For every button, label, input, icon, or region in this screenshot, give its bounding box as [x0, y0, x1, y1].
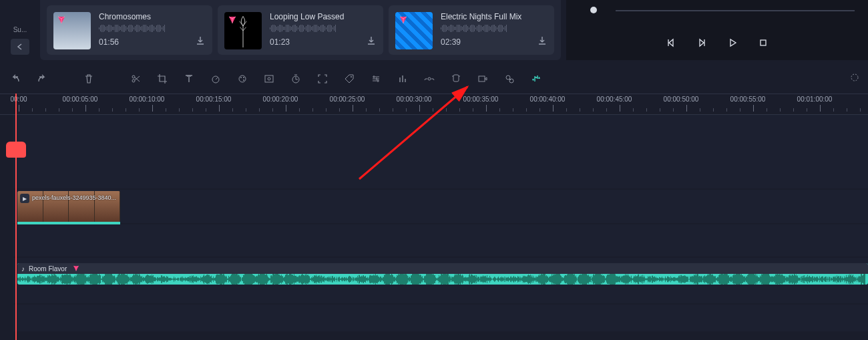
track-title: Chromosomes — [99, 12, 206, 21]
track-duration: 01:23 — [270, 37, 290, 47]
timeline-toolbar — [0, 67, 868, 91]
green-screen-icon[interactable] — [263, 73, 275, 85]
text-icon[interactable] — [183, 73, 195, 85]
ruler-time-label: 00:00:35:00 — [463, 96, 499, 103]
svg-point-17 — [851, 74, 858, 81]
step-back-button[interactable] — [666, 37, 676, 50]
ruler-time-label: 00:00:20:00 — [263, 96, 298, 103]
ruler-time-label: 00:00 — [10, 96, 27, 103]
svg-rect-13 — [453, 75, 459, 81]
focus-icon[interactable] — [316, 73, 329, 85]
svg-point-1 — [132, 75, 135, 78]
waveform-icon — [441, 24, 548, 33]
svg-point-11 — [351, 76, 352, 77]
download-icon[interactable] — [366, 35, 377, 48]
svg-point-6 — [243, 77, 244, 78]
ruler-time-label: 00:00:55:00 — [730, 96, 766, 103]
diamond-icon — [71, 263, 81, 274]
track-lane-empty-2[interactable] — [13, 305, 868, 331]
audio-sync-icon[interactable] — [503, 73, 515, 85]
color-icon[interactable] — [236, 73, 248, 85]
music-note-icon: ♪ — [21, 265, 25, 273]
waveform-icon — [99, 24, 206, 33]
stop-button[interactable] — [758, 37, 769, 50]
audio-clip[interactable]: ♪ Room Flavor — [17, 263, 868, 285]
track-title: Electric Nights Full Mix — [441, 12, 548, 21]
ruler-time-label: 00:00:25:00 — [330, 96, 365, 103]
adjust-icon[interactable] — [370, 73, 382, 85]
svg-rect-0 — [761, 40, 766, 45]
keyframe-icon[interactable] — [423, 73, 435, 85]
trash-icon[interactable] — [83, 73, 95, 85]
music-track-card[interactable]: Looping Low Passed01:23 — [218, 5, 383, 55]
speed-icon[interactable] — [210, 73, 222, 85]
play-icon: ▸ — [20, 194, 29, 203]
svg-rect-8 — [265, 75, 273, 82]
video-clip[interactable]: ▸ pexels-fauxels-3249935-3840... — [17, 191, 120, 222]
download-icon[interactable] — [195, 35, 206, 48]
ruler-time-label: 00:01:00:00 — [797, 96, 833, 103]
ruler-time-label: 00:00:15:00 — [196, 96, 232, 103]
record-icon[interactable] — [477, 73, 489, 85]
speech-to-text-icon[interactable] — [450, 73, 462, 85]
equalizer-icon[interactable] — [397, 73, 409, 85]
video-clip-label: pexels-fauxels-3249935-3840... — [32, 194, 116, 201]
preview-scrubber[interactable] — [580, 9, 855, 12]
ruler-time-label: 00:00:30:00 — [397, 96, 432, 103]
music-library-row: Chromosomes01:56Looping Low Passed01:23E… — [40, 0, 561, 60]
track-thumbnail — [53, 12, 91, 49]
play-button[interactable] — [727, 37, 738, 50]
svg-rect-14 — [479, 76, 485, 81]
track-lane-video[interactable]: ▸ pexels-fauxels-3249935-3840... — [13, 190, 868, 223]
music-track-card[interactable]: Chromosomes01:56 — [47, 5, 212, 55]
ruler-time-label: 00:00:10:00 — [130, 96, 165, 103]
track-duration: 01:56 — [99, 37, 119, 47]
track-thumbnail — [395, 12, 433, 49]
redo-icon[interactable] — [36, 73, 48, 85]
playhead[interactable] — [15, 94, 17, 340]
beat-detection-icon[interactable] — [530, 73, 542, 85]
svg-point-2 — [132, 79, 135, 82]
ruler-time-label: 00:00:05:00 — [63, 96, 98, 103]
side-tab-label: Su... — [13, 26, 27, 33]
play-forward-button[interactable] — [696, 37, 707, 50]
timeline-ruler[interactable]: 00:0000:00:05:0000:00:10:0000:00:15:0000… — [0, 94, 868, 115]
diamond-icon — [227, 15, 238, 25]
music-track-card[interactable]: Electric Nights Full Mix02:39 — [389, 5, 554, 55]
audio-clip-label: Room Flavor — [29, 265, 67, 273]
svg-point-5 — [240, 77, 242, 78]
preview-panel — [566, 0, 868, 60]
back-button[interactable] — [11, 39, 29, 55]
track-lane-empty-1[interactable] — [13, 115, 868, 188]
track-duration: 02:39 — [441, 37, 461, 47]
track-title: Looping Low Passed — [270, 12, 377, 21]
track-lane-spacer[interactable] — [13, 224, 868, 257]
waveform-icon — [270, 24, 377, 33]
tag-icon[interactable] — [343, 73, 355, 85]
ruler-time-label: 00:00:45:00 — [597, 96, 632, 103]
ruler-time-label: 00:00:40:00 — [530, 96, 566, 103]
diamond-icon — [56, 15, 67, 25]
ruler-time-label: 00:00:50:00 — [664, 96, 699, 103]
svg-point-4 — [239, 75, 246, 82]
settings-icon[interactable] — [849, 72, 860, 85]
timer-icon[interactable] — [290, 73, 302, 85]
track-lane-audio[interactable]: ♪ Room Flavor — [13, 258, 868, 303]
diamond-icon — [398, 15, 409, 25]
download-icon[interactable] — [537, 35, 548, 48]
undo-icon[interactable] — [9, 73, 21, 85]
timeline-tracks: ▸ pexels-fauxels-3249935-3840... ♪ Room … — [13, 115, 868, 340]
svg-point-7 — [243, 79, 244, 81]
svg-point-12 — [428, 77, 431, 80]
scissors-icon[interactable] — [130, 73, 142, 85]
track-thumbnail — [224, 12, 262, 49]
svg-point-9 — [268, 77, 270, 80]
crop-icon[interactable] — [156, 73, 168, 85]
